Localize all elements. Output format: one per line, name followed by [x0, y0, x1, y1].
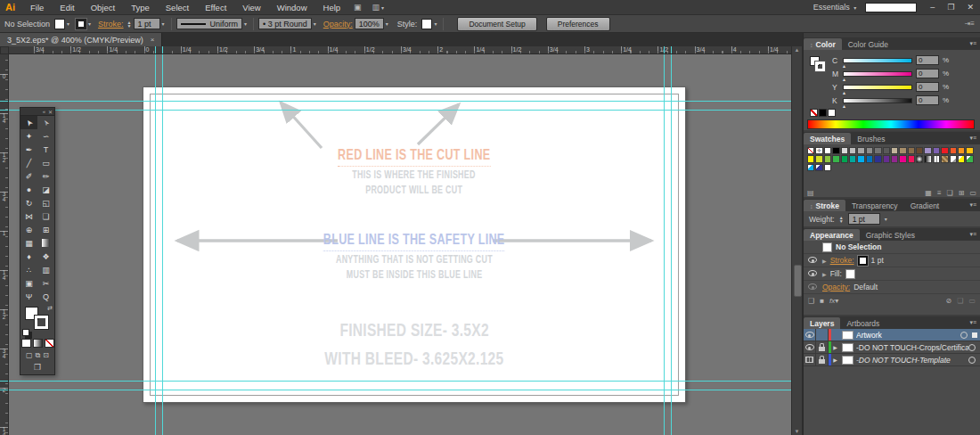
guide-line[interactable] — [9, 101, 791, 102]
symbol-sprayer-tool[interactable]: ∴ — [20, 263, 37, 276]
menu-file[interactable]: File — [22, 3, 52, 12]
y-value-input[interactable]: 0 — [916, 82, 939, 92]
swatch[interactable] — [841, 147, 848, 154]
guide-line[interactable] — [9, 381, 791, 382]
draw-normal-icon[interactable]: ▢ — [26, 351, 33, 360]
duplicate-item-icon[interactable]: ❏ — [957, 297, 963, 305]
swatch[interactable] — [824, 147, 831, 154]
close-button[interactable]: ✕ — [960, 3, 980, 12]
swatch[interactable] — [841, 155, 848, 162]
layer-name[interactable]: -DO NOT TOUCH-Template — [856, 356, 968, 365]
guide-line[interactable] — [9, 110, 791, 111]
swatch[interactable] — [874, 147, 881, 154]
tab-layers-layers[interactable]: Layers — [804, 317, 840, 329]
panel-menu-icon[interactable]: ▾≡ — [969, 319, 976, 326]
appearance-opacity-link[interactable]: Opacity: — [822, 283, 850, 291]
guide-line[interactable] — [671, 54, 672, 435]
opacity-value[interactable]: 100% — [355, 18, 384, 29]
delete-swatch-icon[interactable]: ▭ — [969, 189, 976, 197]
panel-menu-icon[interactable]: ▾≡ — [969, 135, 976, 142]
swatch[interactable] — [883, 147, 890, 154]
layer-lock-cell[interactable] — [816, 354, 829, 365]
expand-icon[interactable]: ▶ — [822, 258, 827, 264]
column-graph-tool[interactable]: ▥ — [37, 263, 54, 276]
swatch[interactable] — [866, 155, 873, 162]
swatch-color-group[interactable] — [958, 155, 965, 162]
brush-dropdown-icon[interactable]: ▾ — [312, 21, 318, 27]
restore-button[interactable]: ❐ — [941, 3, 960, 12]
add-effect-icon[interactable]: fx▾ — [829, 297, 838, 305]
swatch[interactable] — [874, 155, 881, 162]
search-box[interactable] — [865, 3, 917, 12]
layer-expand-icon[interactable]: ▶ — [831, 357, 839, 363]
rectangle-tool[interactable]: ▭ — [37, 156, 54, 169]
layer-visibility-cell[interactable] — [804, 341, 816, 353]
swatch-pattern[interactable] — [933, 155, 940, 162]
menu-window[interactable]: Window — [269, 3, 315, 12]
guide-line[interactable] — [664, 54, 665, 435]
layer-row[interactable]: ▶-DO NOT TOUCH-Crops/Certification — [804, 341, 980, 354]
stroke-color-well[interactable] — [76, 19, 86, 29]
swatch-none[interactable] — [807, 147, 814, 154]
slider-handle[interactable]: ▲ — [842, 103, 846, 109]
rotate-tool[interactable]: ↻ — [20, 196, 37, 209]
new-swatch-icon[interactable]: ⊞ — [959, 189, 965, 197]
vertical-scrollbar[interactable]: ▲ ▼ — [791, 46, 803, 435]
appearance-opacity-row[interactable]: Opacity: Default — [804, 281, 980, 294]
none-button[interactable] — [45, 339, 54, 348]
appearance-fill-row[interactable]: ▶ Fill: — [804, 267, 980, 281]
menu-effect[interactable]: Effect — [197, 3, 234, 12]
appearance-stroke-row[interactable]: ▶ Stroke: 1 pt — [804, 254, 980, 267]
stroke-weight-value[interactable]: 1 pt — [134, 18, 160, 29]
swatch[interactable] — [958, 147, 965, 154]
scrollbar-thumb[interactable] — [794, 265, 802, 297]
stroke-weight-dropdown-icon[interactable]: ▾ — [160, 21, 167, 27]
tab-stroke-gradient[interactable]: Gradient — [904, 200, 946, 211]
menu-type[interactable]: Type — [123, 3, 158, 12]
swatch-libraries-icon[interactable]: ▤ — [807, 189, 814, 197]
line-segment-tool[interactable]: ╱ — [20, 156, 37, 169]
layer-row[interactable]: Artwork — [804, 329, 980, 341]
artboard-tool[interactable]: ▣ — [20, 276, 37, 290]
width-tool[interactable]: ⋈ — [20, 209, 37, 223]
visibility-eye-icon[interactable] — [808, 283, 817, 290]
panel-menu-icon[interactable]: ▾≡ — [969, 201, 976, 209]
add-new-stroke-icon[interactable]: ❑ — [808, 297, 814, 305]
launch-bridge-icon[interactable]: ▣ — [348, 3, 367, 12]
swatch-color-group[interactable] — [824, 164, 831, 171]
swatch[interactable] — [950, 147, 957, 154]
tab-color-color-guide[interactable]: Color Guide — [842, 38, 894, 50]
layer-thumbnail[interactable] — [842, 343, 853, 352]
blend-tool[interactable]: ❖ — [37, 250, 54, 263]
layer-target-icon[interactable] — [960, 332, 968, 339]
swatch-color-group[interactable] — [815, 164, 822, 171]
eye-icon[interactable] — [805, 344, 814, 350]
eyedropper-tool[interactable]: ♦ — [20, 250, 37, 263]
tab-stroke-transparency[interactable]: Transparency — [845, 200, 904, 211]
swatch-color-group[interactable] — [966, 155, 973, 162]
direct-selection-tool[interactable]: ➢ — [37, 116, 54, 129]
profile-dropdown-icon[interactable]: ▾ — [242, 21, 249, 27]
screen-mode-icon[interactable]: ❐ — [20, 362, 54, 374]
swatch[interactable] — [891, 147, 898, 154]
hand-tool[interactable]: Ψ — [20, 290, 37, 303]
swatch[interactable] — [908, 147, 915, 154]
scroll-down-icon[interactable]: ▼ — [792, 429, 802, 434]
color-stroke-well[interactable] — [815, 62, 825, 71]
default-fill-stroke-icon[interactable] — [22, 329, 29, 336]
menu-view[interactable]: View — [234, 3, 268, 12]
weight-value[interactable]: 1 pt — [848, 213, 880, 225]
swatch[interactable] — [966, 147, 973, 154]
stroke-panel-link[interactable]: Stroke: — [98, 20, 124, 29]
visibility-eye-icon[interactable] — [808, 257, 817, 263]
layer-row[interactable]: ▶-DO NOT TOUCH-Template — [804, 354, 980, 366]
panel-toggle-icon[interactable]: ↕ — [810, 203, 813, 209]
slider-handle[interactable]: ▲ — [842, 63, 846, 69]
layer-expand-icon[interactable]: ▶ — [831, 344, 839, 350]
layer-target-icon[interactable] — [968, 357, 976, 364]
pencil-tool[interactable]: ✏ — [37, 169, 54, 183]
slider-handle[interactable]: ▲ — [842, 90, 846, 95]
zoom-tool[interactable]: Q — [37, 290, 54, 303]
lasso-tool[interactable]: ∽ — [37, 129, 54, 143]
clear-appearance-icon[interactable]: ⊘ — [946, 297, 952, 305]
